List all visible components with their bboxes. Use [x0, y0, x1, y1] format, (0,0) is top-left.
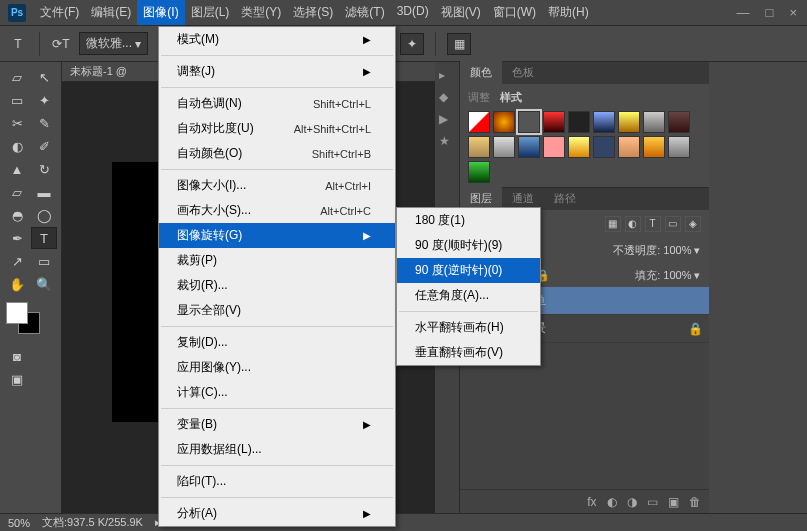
- heal-tool[interactable]: ◐: [4, 135, 30, 157]
- fx-icon[interactable]: fx: [587, 495, 596, 509]
- filter-smart-icon[interactable]: ◈: [685, 216, 701, 232]
- style-swatch[interactable]: [568, 111, 590, 133]
- subtab-adjust[interactable]: 调整: [468, 90, 490, 105]
- newlayer-icon[interactable]: ▣: [668, 495, 679, 509]
- menu-item[interactable]: 垂直翻转画布(V): [397, 340, 540, 365]
- quickmask-tool[interactable]: ◙: [4, 345, 30, 367]
- type-tool[interactable]: T: [31, 227, 57, 249]
- eyedropper-tool[interactable]: ✎: [31, 112, 57, 134]
- eraser-tool[interactable]: ▱: [4, 181, 30, 203]
- menu-edit[interactable]: 编辑(E): [85, 0, 137, 25]
- menu-type[interactable]: 类型(Y): [235, 0, 287, 25]
- menu-item[interactable]: 水平翻转画布(H): [397, 315, 540, 340]
- filter-pixel-icon[interactable]: ▦: [605, 216, 621, 232]
- style-swatch[interactable]: [518, 111, 540, 133]
- style-swatch[interactable]: [493, 136, 515, 158]
- panel-icon[interactable]: ★: [439, 134, 455, 150]
- filter-adj-icon[interactable]: ◐: [625, 216, 641, 232]
- menu-item[interactable]: 自动对比度(U)Alt+Shift+Ctrl+L: [159, 116, 395, 141]
- panel-icon[interactable]: ◆: [439, 90, 455, 106]
- hand-tool[interactable]: ✋: [4, 273, 30, 295]
- wand-tool[interactable]: ✦: [31, 89, 57, 111]
- menu-item[interactable]: 自动颜色(O)Shift+Ctrl+B: [159, 141, 395, 166]
- path-tool[interactable]: ↗: [4, 250, 30, 272]
- style-swatch[interactable]: [643, 136, 665, 158]
- menu-item[interactable]: 裁切(R)...: [159, 273, 395, 298]
- pen-tool[interactable]: ✒: [4, 227, 30, 249]
- menu-item[interactable]: 分析(A)▶: [159, 501, 395, 526]
- menu-item[interactable]: 计算(C)...: [159, 380, 395, 405]
- warp-text-button[interactable]: ✦: [400, 33, 424, 55]
- menu-window[interactable]: 窗口(W): [487, 0, 542, 25]
- menu-3d[interactable]: 3D(D): [391, 0, 435, 25]
- font-family-select[interactable]: 微软雅... ▾: [79, 32, 148, 55]
- marquee-tool[interactable]: ▭: [4, 89, 30, 111]
- fill-label[interactable]: 填充: 100% ▾: [635, 268, 700, 283]
- screenmode-tool[interactable]: ▣: [4, 368, 30, 390]
- fg-color[interactable]: [6, 302, 28, 324]
- menu-item[interactable]: 模式(M)▶: [159, 27, 395, 52]
- stamp-tool[interactable]: ▲: [4, 158, 30, 180]
- style-swatch[interactable]: [593, 136, 615, 158]
- style-swatch[interactable]: [593, 111, 615, 133]
- zoom-tool[interactable]: 🔍: [31, 273, 57, 295]
- doc-info[interactable]: 文档:937.5 K/255.9K: [42, 515, 143, 530]
- window-maximize[interactable]: □: [766, 5, 774, 20]
- brush-tool[interactable]: ✐: [31, 135, 57, 157]
- style-swatch[interactable]: [468, 161, 490, 183]
- style-swatch[interactable]: [518, 136, 540, 158]
- style-swatch[interactable]: [618, 111, 640, 133]
- menu-item[interactable]: 90 度(逆时针)(0): [397, 258, 540, 283]
- opacity-label[interactable]: 不透明度: 100% ▾: [613, 243, 700, 258]
- group-icon[interactable]: ▭: [647, 495, 658, 509]
- menu-item[interactable]: 显示全部(V): [159, 298, 395, 323]
- mask-icon[interactable]: ◐: [607, 495, 617, 509]
- menu-file[interactable]: 文件(F): [34, 0, 85, 25]
- style-swatch[interactable]: [668, 136, 690, 158]
- menu-filter[interactable]: 滤镜(T): [339, 0, 390, 25]
- menu-item[interactable]: 裁剪(P): [159, 248, 395, 273]
- menu-item[interactable]: 应用图像(Y)...: [159, 355, 395, 380]
- window-close[interactable]: ×: [789, 5, 797, 20]
- menu-item[interactable]: 图像大小(I)...Alt+Ctrl+I: [159, 173, 395, 198]
- adjust-icon[interactable]: ◑: [627, 495, 637, 509]
- menu-item[interactable]: 自动色调(N)Shift+Ctrl+L: [159, 91, 395, 116]
- menu-item[interactable]: 变量(B)▶: [159, 412, 395, 437]
- menu-layer[interactable]: 图层(L): [185, 0, 236, 25]
- menu-item[interactable]: 调整(J)▶: [159, 59, 395, 84]
- tab-color[interactable]: 颜色: [460, 61, 502, 84]
- style-swatch[interactable]: [493, 111, 515, 133]
- menu-item[interactable]: 图像旋转(G)▶: [159, 223, 395, 248]
- arrow-tool[interactable]: ↖: [31, 66, 57, 88]
- panel-icon[interactable]: ▸: [439, 68, 455, 84]
- style-swatch[interactable]: [543, 111, 565, 133]
- crop-tool[interactable]: ✂: [4, 112, 30, 134]
- blur-tool[interactable]: ◓: [4, 204, 30, 226]
- menu-item[interactable]: 画布大小(S)...Alt+Ctrl+C: [159, 198, 395, 223]
- trash-icon[interactable]: 🗑: [689, 495, 701, 509]
- filter-shape-icon[interactable]: ▭: [665, 216, 681, 232]
- style-swatch[interactable]: [643, 111, 665, 133]
- style-swatch[interactable]: [543, 136, 565, 158]
- menu-help[interactable]: 帮助(H): [542, 0, 595, 25]
- menu-view[interactable]: 视图(V): [435, 0, 487, 25]
- tab-swatches[interactable]: 色板: [502, 61, 544, 84]
- subtab-styles[interactable]: 样式: [500, 90, 522, 105]
- panel-icon[interactable]: ▶: [439, 112, 455, 128]
- menu-item[interactable]: 应用数据组(L)...: [159, 437, 395, 462]
- color-swatches[interactable]: [4, 302, 44, 338]
- menu-item[interactable]: 90 度(顺时针)(9): [397, 233, 540, 258]
- menu-item[interactable]: 复制(D)...: [159, 330, 395, 355]
- menu-select[interactable]: 选择(S): [287, 0, 339, 25]
- style-swatch[interactable]: [568, 136, 590, 158]
- filter-type-icon[interactable]: T: [645, 216, 661, 232]
- history-brush-tool[interactable]: ↻: [31, 158, 57, 180]
- style-swatch[interactable]: [468, 111, 490, 133]
- zoom-level[interactable]: 50%: [8, 517, 30, 529]
- window-minimize[interactable]: —: [737, 5, 750, 20]
- orientation-icon[interactable]: ⟳T: [51, 34, 71, 54]
- menu-item[interactable]: 任意角度(A)...: [397, 283, 540, 308]
- style-swatch[interactable]: [668, 111, 690, 133]
- menu-item[interactable]: 陷印(T)...: [159, 469, 395, 494]
- style-swatch[interactable]: [468, 136, 490, 158]
